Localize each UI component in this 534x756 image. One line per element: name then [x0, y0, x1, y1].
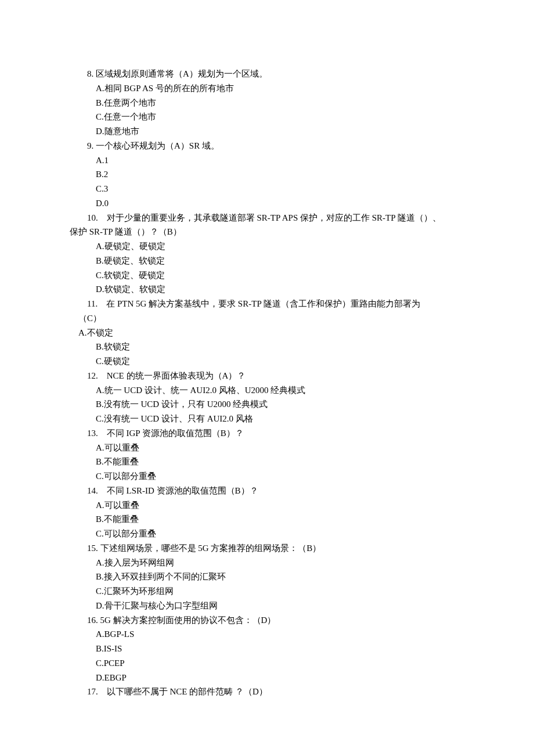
stem-text: 不同 IGP 资源池的取值范围（B）？	[107, 429, 244, 438]
option-c: C.3	[70, 182, 464, 196]
question-13: 13. 不同 IGP 资源池的取值范围（B）？ A.可以重叠 B.不能重叠 C.…	[70, 426, 464, 484]
option-c: C.硬锁定	[70, 354, 464, 369]
question-number: 16.	[87, 615, 98, 625]
option-d: D.骨干汇聚与核心为口字型组网	[70, 599, 464, 613]
question-stem: 14. 不同 LSR-ID 资源池的取值范围（B）？	[70, 484, 464, 498]
option-a: A.可以重叠	[70, 498, 464, 513]
question-stem: 11. 在 PTN 5G 解决方案基线中，要求 SR-TP 隧道（含工作和保护）…	[70, 297, 464, 311]
question-number: 12.	[87, 371, 98, 380]
question-15: 15. 下述组网场景，哪些不是 5G 方案推荐的组网场景：（B） A.接入层为环…	[70, 541, 464, 613]
stem-text: 以下哪些不属于 NCE 的部件范畴 ？（D）	[107, 687, 268, 696]
question-8: 8. 区域规划原则通常将（A）规划为一个区域。 A.相同 BGP AS 号的所在…	[70, 67, 464, 139]
stem-text: 5G 解决方案控制面使用的协议不包含：（D）	[100, 615, 276, 625]
question-11: 11. 在 PTN 5G 解决方案基线中，要求 SR-TP 隧道（含工作和保护）…	[70, 297, 464, 369]
question-number: 13.	[87, 429, 98, 438]
stem-text: 下述组网场景，哪些不是 5G 方案推荐的组网场景：（B）	[100, 543, 322, 553]
stem-text: 在 PTN 5G 解决方案基线中，要求 SR-TP 隧道（含工作和保护）重路由能…	[106, 299, 420, 308]
question-12: 12. NCE 的统一界面体验表现为（A）？ A.统一 UCD 设计、统一 AU…	[70, 369, 464, 426]
option-c: C.任意一个地市	[70, 110, 464, 124]
stem-text: 一个核心环规划为（A）SR 域。	[96, 141, 219, 150]
question-stem: 10. 对于少量的重要业务，其承载隧道部署 SR-TP APS 保护，对应的工作…	[70, 211, 464, 225]
option-a: A.相同 BGP AS 号的所在的所有地市	[70, 81, 464, 96]
question-stem: 17. 以下哪些不属于 NCE 的部件范畴 ？（D）	[70, 685, 464, 699]
option-d: D.软锁定、软锁定	[70, 282, 464, 297]
option-d: D.EBGP	[70, 671, 464, 685]
option-b: B.IS-IS	[70, 642, 464, 656]
option-b: B.不能重叠	[70, 455, 464, 469]
question-stem: 13. 不同 IGP 资源池的取值范围（B）？	[70, 426, 464, 441]
question-number: 9.	[87, 141, 93, 150]
option-c: C.没有统一 UCD 设计、只有 AUI2.0 风格	[70, 412, 464, 426]
stem-continuation: （C）	[70, 311, 464, 326]
document-page: 8. 区域规划原则通常将（A）规划为一个区域。 A.相同 BGP AS 号的所在…	[0, 0, 534, 756]
stem-continuation: 保护 SR-TP 隧道（）？（B）	[70, 225, 464, 239]
question-number: 11.	[87, 299, 98, 308]
option-c: C.可以部分重叠	[70, 469, 464, 484]
option-b: B.接入环双挂到两个不同的汇聚环	[70, 570, 464, 584]
option-b: B.硬锁定、软锁定	[70, 254, 464, 268]
question-stem: 16. 5G 解决方案控制面使用的协议不包含：（D）	[70, 613, 464, 628]
question-number: 15.	[87, 543, 98, 553]
question-stem: 12. NCE 的统一界面体验表现为（A）？	[70, 369, 464, 383]
stem-text: 对于少量的重要业务，其承载隧道部署 SR-TP APS 保护，对应的工作 SR-…	[107, 213, 441, 222]
option-c: C.可以部分重叠	[70, 527, 464, 541]
option-a: A.1	[70, 153, 464, 168]
option-a: A.接入层为环网组网	[70, 556, 464, 570]
stem-text: 区域规划原则通常将（A）规划为一个区域。	[96, 69, 268, 78]
question-10: 10. 对于少量的重要业务，其承载隧道部署 SR-TP APS 保护，对应的工作…	[70, 211, 464, 297]
option-a: A.不锁定	[70, 326, 464, 340]
question-16: 16. 5G 解决方案控制面使用的协议不包含：（D） A.BGP-LS B.IS…	[70, 613, 464, 685]
option-b: B.没有统一 UCD 设计，只有 U2000 经典模式	[70, 397, 464, 412]
option-d: D.随意地市	[70, 124, 464, 139]
option-b: B.软锁定	[70, 340, 464, 354]
question-number: 10.	[87, 213, 98, 222]
question-9: 9. 一个核心环规划为（A）SR 域。 A.1 B.2 C.3 D.0	[70, 139, 464, 211]
option-c: C.汇聚环为环形组网	[70, 584, 464, 599]
option-b: B.2	[70, 167, 464, 182]
option-d: D.0	[70, 196, 464, 211]
stem-text: 不同 LSR-ID 资源池的取值范围（B）？	[107, 486, 258, 495]
question-14: 14. 不同 LSR-ID 资源池的取值范围（B）？ A.可以重叠 B.不能重叠…	[70, 484, 464, 541]
question-number: 17.	[87, 687, 98, 696]
option-b: B.任意两个地市	[70, 96, 464, 110]
question-17: 17. 以下哪些不属于 NCE 的部件范畴 ？（D）	[70, 685, 464, 699]
option-b: B.不能重叠	[70, 512, 464, 527]
question-stem: 9. 一个核心环规划为（A）SR 域。	[70, 139, 464, 153]
stem-text: NCE 的统一界面体验表现为（A）？	[107, 371, 246, 380]
option-c: C.PCEP	[70, 656, 464, 671]
question-number: 8.	[87, 69, 93, 78]
question-stem: 15. 下述组网场景，哪些不是 5G 方案推荐的组网场景：（B）	[70, 541, 464, 556]
option-a: A.统一 UCD 设计、统一 AUI2.0 风格、U2000 经典模式	[70, 383, 464, 398]
question-number: 14.	[87, 486, 98, 495]
option-a: A.可以重叠	[70, 441, 464, 455]
option-a: A.硬锁定、硬锁定	[70, 239, 464, 254]
option-a: A.BGP-LS	[70, 627, 464, 642]
option-c: C.软锁定、硬锁定	[70, 268, 464, 283]
question-stem: 8. 区域规划原则通常将（A）规划为一个区域。	[70, 67, 464, 81]
